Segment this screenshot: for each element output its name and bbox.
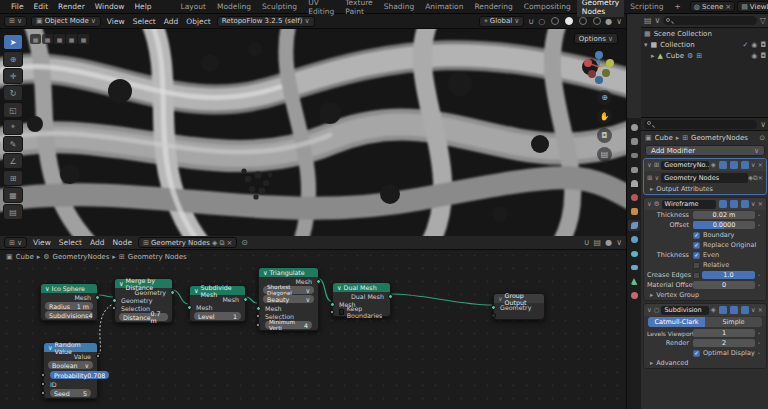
keep-boundaries-checkbox[interactable] (339, 309, 344, 315)
options-dropdown[interactable]: Options∨ (574, 33, 618, 44)
collapse-icon[interactable]: ∨ (48, 344, 53, 351)
tab-sculpting[interactable]: Sculpting (257, 1, 302, 12)
tool-transform[interactable]: ⌖ (3, 119, 23, 135)
chevron-down-icon[interactable]: ∨ (760, 120, 766, 129)
tool-add-cube[interactable]: ⊞ (3, 170, 23, 186)
collapse-icon[interactable]: ∨ (263, 269, 268, 276)
input-socket-virtual[interactable] (491, 313, 496, 318)
tool-extra-1[interactable]: ▦ (3, 187, 23, 203)
node-dual-mesh[interactable]: ∨Dual Mesh Dual Mesh Mesh Keep Boundarie… (332, 282, 391, 317)
edit-mode-toggle[interactable] (719, 161, 727, 169)
render-toggle[interactable] (741, 161, 749, 169)
unlink-scene-icon[interactable]: × (725, 3, 731, 11)
levels-viewport-field[interactable]: 1 (693, 329, 755, 337)
overlays-toggle-icon[interactable]: ● (605, 17, 612, 26)
tab-compositing[interactable]: Compositing (519, 1, 576, 12)
tab-animation[interactable]: Animation (420, 1, 468, 12)
keyframe-dot[interactable]: • (755, 350, 763, 356)
tab-object[interactable] (628, 206, 640, 217)
tool-measure[interactable]: ∠ (3, 153, 23, 169)
min-vertices-field[interactable]: Minimum Verti4 (265, 321, 312, 329)
disable-render-icon[interactable]: ◘ (760, 41, 766, 49)
offset-slider[interactable]: 0.0000 (693, 221, 755, 229)
editor-type-selector[interactable]: ⊞∨ (4, 16, 27, 27)
thickness-slider[interactable]: 0.02 m (693, 211, 755, 219)
tab-geometry-nodes[interactable]: Geometry Nodes (577, 0, 624, 17)
radius-field[interactable]: Radius1 m (45, 302, 93, 310)
disable-render-icon[interactable]: ◘ (760, 52, 766, 60)
probability-field[interactable]: Probability0.708 (50, 371, 109, 379)
modifier-name-field[interactable]: Wireframe (662, 200, 716, 209)
tab-world[interactable] (628, 192, 640, 203)
tool-select-box[interactable]: ➤ (3, 34, 23, 50)
menu-render[interactable]: Render (54, 2, 89, 11)
tab-texture-paint[interactable]: Texture Paint (340, 0, 377, 17)
outliner-search-input[interactable] (663, 16, 756, 25)
node-menu-select[interactable]: Select (57, 238, 84, 247)
keyframe-dot[interactable]: • (755, 272, 763, 278)
collapse-icon[interactable]: ∨ (498, 295, 503, 302)
filter-icon[interactable]: ▽ (760, 16, 766, 25)
subdivisions-field[interactable]: Subdivisions4 (45, 311, 93, 319)
filter-display-icon[interactable]: ▤ (644, 16, 652, 25)
input-socket-id[interactable] (40, 381, 46, 387)
camera-view-icon[interactable]: ◘ (597, 128, 612, 143)
keyframe-dot[interactable]: • (755, 330, 763, 336)
extras-menu-icon[interactable]: ∨ (751, 200, 756, 208)
viewport-3d[interactable]: ⊞∨ ▣Object Mode∨ View Select Add Object … (0, 14, 626, 236)
perspective-toggle-icon[interactable]: ▤ (597, 147, 612, 162)
properties-search-input[interactable] (644, 120, 757, 129)
node-random-value[interactable]: ∨Random Value Value Boolean∨ Probability… (43, 342, 98, 399)
unlink-icon[interactable]: × (758, 174, 763, 182)
collapse-icon[interactable]: ∨ (647, 200, 652, 208)
node-triangulate[interactable]: ∨Triangulate Mesh Shortest Diagonal∨ Bea… (258, 267, 319, 331)
level-field[interactable]: Level1 (194, 312, 241, 320)
tab-particles[interactable] (628, 234, 640, 245)
zoom-icon[interactable]: ⊕ (597, 90, 612, 105)
tab-view-layer[interactable] (628, 164, 640, 175)
geometry-node-editor[interactable]: ⊞∨ View Select Add Node ⊞ Geometry Nodes… (0, 236, 626, 409)
menu-window[interactable]: Window (91, 2, 129, 11)
output-socket-dual-mesh[interactable] (388, 294, 393, 299)
extras-menu-icon[interactable]: ∨ (751, 161, 756, 169)
keyframe-dot[interactable]: • (755, 340, 763, 346)
overlay-icon[interactable]: ▤ (594, 238, 602, 247)
collection-toggle-icon[interactable]: ▦ (66, 34, 77, 44)
tab-modifiers[interactable] (628, 220, 640, 231)
modifier-header[interactable]: ∨ ⚙ Wireframe ∨ × (644, 198, 766, 210)
pan-hand-icon[interactable]: ✋ (597, 109, 612, 124)
tab-layout[interactable]: Layout (175, 1, 211, 12)
collapse-icon[interactable]: ∨ (119, 280, 124, 287)
delete-modifier-icon[interactable]: × (758, 306, 763, 314)
realtime-toggle[interactable] (730, 306, 738, 314)
shading-rendered-button[interactable] (593, 17, 601, 25)
node-menu-add[interactable]: Add (88, 238, 107, 247)
even-checkbox[interactable]: ✓ (693, 252, 700, 259)
keyframe-dot[interactable]: • (755, 282, 763, 288)
input-socket-mesh[interactable] (256, 306, 261, 311)
outliner-row-collection[interactable]: ▾ ▦ Collection ✓ ◉ ◘ (641, 39, 768, 50)
view-layer-selector[interactable]: ▤ ViewLayer × (737, 1, 768, 12)
menu-help[interactable]: Help (130, 2, 155, 11)
exclude-checkbox-icon[interactable]: ✓ (742, 41, 748, 49)
breadcrumb-tree[interactable]: Geometry Nodes (128, 253, 187, 261)
delete-modifier-icon[interactable]: × (758, 200, 763, 208)
pin-icon[interactable]: ⊙ (241, 238, 248, 247)
scene-selector[interactable]: ◍ Scene × (690, 1, 735, 12)
node-group-output[interactable]: ∨Group Output Geometry (493, 293, 545, 320)
editor-type-selector[interactable]: ⊞∨ (4, 237, 27, 248)
proportional-editing-icon[interactable]: ○ (538, 17, 545, 26)
chevron-down-icon[interactable]: ∨ (654, 174, 659, 182)
node-options-icon[interactable]: ● (605, 238, 612, 247)
hide-eye-icon[interactable]: ◉ (751, 41, 757, 49)
section-advanced[interactable]: ▸ Advanced (644, 358, 766, 368)
outliner-row-cube[interactable]: ▸ ▲ Cube ⚙ ⊞ ◉ ◘ (641, 50, 768, 61)
keyframe-dot[interactable]: • (755, 212, 763, 218)
fake-user-icon[interactable]: ◈ (212, 239, 217, 247)
tab-physics[interactable] (628, 248, 640, 259)
collection-toggle-icon[interactable]: ▦ (78, 34, 89, 44)
material-offset-field[interactable]: 0 (693, 281, 755, 289)
collection-toggle-icon[interactable]: ▦ (42, 34, 53, 44)
input-socket-seed[interactable] (40, 390, 46, 396)
shield-icon[interactable]: ◈ (711, 161, 716, 169)
